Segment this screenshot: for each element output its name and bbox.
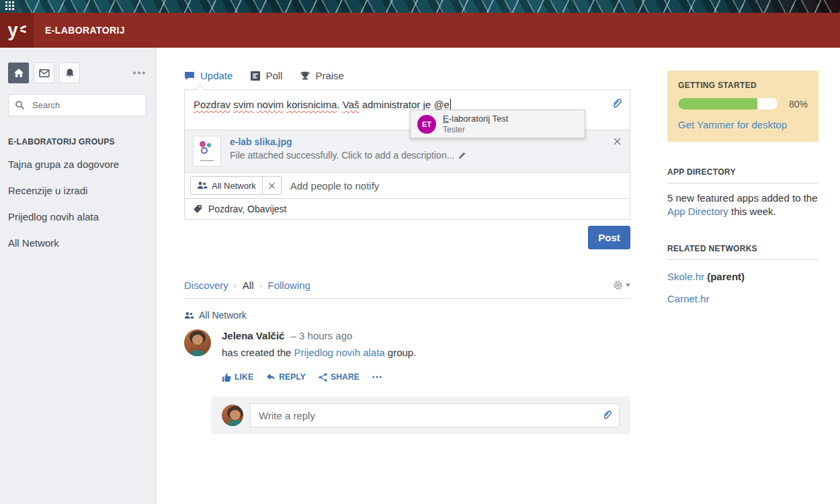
filter-all[interactable]: All (243, 280, 254, 291)
attachment-description[interactable]: File attached successfully. Click to add… (230, 150, 466, 161)
share-icon (319, 373, 327, 382)
feed-post: Jelena Valčić – 3 hours ago has created … (184, 329, 630, 358)
reply-arrow-icon (266, 373, 276, 381)
post-body: has created the Prijedlog novih alata gr… (222, 347, 416, 358)
sidebar-group-item[interactable]: Tajna grupa za dogovore (8, 155, 146, 173)
remove-attachment-button[interactable] (612, 135, 623, 150)
right-rail: GETTING STARTED 80% Get Yammer for deskt… (667, 48, 818, 304)
author-avatar[interactable] (184, 329, 211, 356)
people-icon (184, 312, 194, 319)
sidebar-group-item[interactable]: Recenzije u izradi (8, 181, 146, 199)
post-more-button[interactable] (372, 376, 382, 378)
sidebar-group-item[interactable]: All Network (8, 234, 146, 251)
remove-notify-chip-button[interactable] (262, 177, 281, 194)
post-button[interactable]: Post (588, 226, 630, 249)
current-user-avatar (222, 405, 243, 426)
notify-chip-all-network[interactable]: All Network (191, 177, 262, 194)
ellipsis-icon (133, 71, 145, 75)
paperclip-icon (601, 410, 612, 421)
sidebar-group-item[interactable]: Prijedlog novih alata (8, 208, 146, 225)
inbox-button[interactable] (34, 62, 54, 83)
mention-name: E-laboratorij Test (443, 114, 508, 124)
sidebar-nav (8, 62, 146, 83)
post-actions: LIKE REPLY SHARE (222, 372, 630, 382)
text-caret (450, 99, 451, 110)
sidebar-more-button[interactable] (132, 69, 146, 77)
mention-autocomplete[interactable]: ET E-laboratorij Test Tester (410, 110, 585, 138)
trophy-icon (300, 71, 310, 81)
home-icon (13, 68, 24, 78)
search-icon (15, 100, 25, 110)
post-timestamp: – 3 hours ago (291, 330, 353, 341)
carnet-hr-link[interactable]: Carnet.hr (667, 293, 710, 304)
attachment-thumbnail[interactable] (193, 136, 221, 167)
poll-icon (251, 71, 260, 81)
progress-bar (678, 98, 778, 110)
topics-text: Pozdrav, Obavijest (208, 204, 286, 214)
like-button[interactable]: LIKE (222, 372, 253, 382)
chevron-down-icon (626, 284, 630, 287)
office365-top-bar (0, 0, 840, 13)
composer-text: Pozdrav svim novim korisnicima. Vaš admi… (185, 90, 630, 112)
reply-button[interactable]: REPLY (266, 372, 306, 382)
thumbs-up-icon (222, 373, 231, 382)
tab-poll[interactable]: Poll (251, 70, 282, 81)
feed-settings-button[interactable] (613, 280, 630, 290)
filter-discovery[interactable]: Discovery (184, 280, 228, 291)
get-yammer-desktop-link[interactable]: Get Yammer for desktop (678, 119, 808, 130)
network-header: y E-LABORATORIJ (0, 13, 840, 48)
reply-strip (211, 396, 630, 434)
progress-fill (678, 98, 757, 110)
feed-group-link[interactable]: All Network (184, 310, 630, 321)
tag-icon (193, 204, 202, 214)
post-group-link[interactable]: Prijedlog novih alata (294, 347, 385, 358)
filter-following[interactable]: Following (268, 280, 310, 291)
share-button[interactable]: SHARE (319, 372, 360, 382)
feed-filters: Discovery · All · Following (184, 280, 630, 299)
getting-started-box: GETTING STARTED 80% Get Yammer for deskt… (667, 71, 818, 142)
related-network-item: Skole.hr (parent) (667, 271, 818, 282)
attach-file-button[interactable] (611, 98, 622, 112)
speech-bubble-icon (184, 71, 195, 81)
mention-title: Tester (443, 125, 508, 134)
close-icon (268, 182, 276, 190)
notify-input[interactable]: Add people to notify (290, 180, 380, 192)
getting-started-title: GETTING STARTED (678, 81, 808, 90)
reply-input[interactable] (257, 409, 601, 422)
app-launcher-icon[interactable] (0, 0, 19, 13)
reply-attach-button[interactable] (601, 410, 612, 421)
home-button[interactable] (8, 62, 29, 83)
close-icon (613, 137, 622, 146)
yammer-logo[interactable]: y (0, 13, 34, 48)
skole-hr-link[interactable]: Skole.hr (667, 271, 704, 282)
topics-row[interactable]: Pozdrav, Obavijest (185, 198, 630, 219)
notify-row: All Network Add people to notify (185, 172, 630, 198)
ellipsis-icon (372, 376, 382, 378)
composer-tabs: Update Poll Praise (184, 48, 630, 81)
left-sidebar: E-LABORATORIJ GROUPS Tajna grupa za dogo… (0, 48, 157, 504)
waffle-grid-icon (5, 1, 14, 10)
tab-praise[interactable]: Praise (300, 70, 344, 81)
tab-update[interactable]: Update (184, 70, 233, 81)
app-directory-link[interactable]: App Directory (667, 206, 728, 217)
search-box (8, 94, 146, 116)
related-network-item: Carnet.hr (667, 293, 818, 304)
app-directory-header: APP DIRECTORY (667, 167, 818, 183)
related-networks-header: RELATED NETWORKS (667, 244, 818, 260)
gear-icon (613, 280, 623, 290)
network-name: E-LABORATORIJ (45, 25, 125, 36)
app-directory-text: 5 new featured apps added to the App Dir… (667, 192, 818, 218)
mention-avatar: ET (417, 115, 436, 134)
yammer-app: y E-LABORATORIJ E-LABORATORIJ GROUPS Taj… (0, 0, 840, 504)
reply-input-box (250, 403, 620, 427)
notify-chip: All Network (190, 176, 282, 195)
search-input[interactable] (31, 99, 134, 111)
bell-icon (65, 68, 75, 79)
groups-section-header: E-LABORATORIJ GROUPS (8, 137, 146, 146)
mail-icon (39, 68, 50, 79)
notifications-button[interactable] (59, 62, 80, 83)
progress-percent: 80% (789, 99, 808, 110)
author-name[interactable]: Jelena Valčić (222, 330, 284, 341)
people-icon (197, 181, 208, 190)
paperclip-icon (611, 98, 622, 110)
